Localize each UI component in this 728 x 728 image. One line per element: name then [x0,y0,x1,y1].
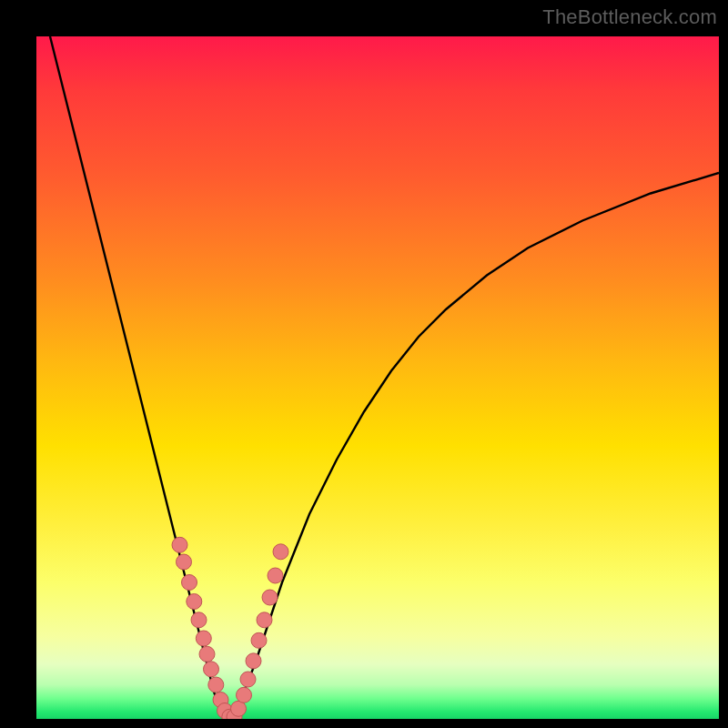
highlight-dot [182,575,197,591]
highlight-dot [240,672,256,687]
highlight-dot [199,646,215,662]
curve-right-path [228,173,719,719]
highlight-dot [196,631,211,646]
highlight-dot [177,554,192,570]
watermark-text: TheBottleneck.com [542,5,717,29]
chart-frame: TheBottleneck.com [0,0,728,728]
highlight-dot [251,632,267,648]
highlight-dot [262,590,278,605]
highlight-dot [246,653,261,669]
highlight-dot [268,568,283,583]
highlight-dot [208,677,224,693]
highlight-dot [231,701,247,716]
highlight-dot [237,687,252,703]
highlight-dot [172,537,187,552]
highlight-dot [273,544,288,560]
highlight-dot [204,662,219,677]
highlight-dot [257,612,272,628]
plot-area [36,36,719,719]
bottleneck-curve-svg [36,36,719,719]
highlight-dot [191,612,207,628]
highlight-dot [187,594,202,610]
highlight-dots [172,537,288,719]
